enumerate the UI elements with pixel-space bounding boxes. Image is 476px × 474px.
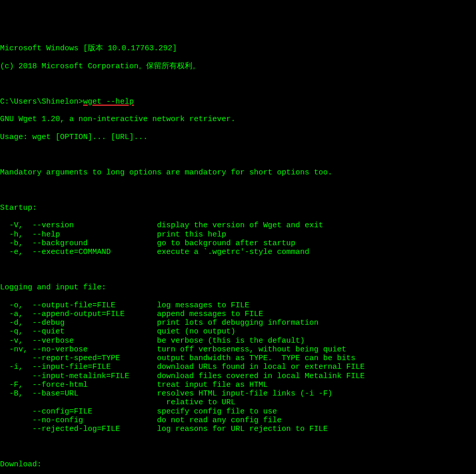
startup-options: -V, --version display the version of Wge… <box>0 221 476 256</box>
copyright-line: (c) 2018 Microsoft Corporation。保留所有权利。 <box>0 62 476 71</box>
option-row: --rejected-log=FILE log reasons for URL … <box>0 425 476 433</box>
prompt-path: C:\Users\Shinelon> <box>0 97 83 106</box>
section-title-logging: Logging and input file: <box>0 283 476 292</box>
wget-version: GNU Wget 1.20, a non-interactive network… <box>0 115 476 124</box>
blank <box>0 443 476 451</box>
terminal-window[interactable]: Microsoft Windows [版本 10.0.17763.292] (c… <box>0 35 476 474</box>
section-title-startup: Startup: <box>0 204 476 212</box>
os-line: Microsoft Windows [版本 10.0.17763.292] <box>0 44 476 53</box>
option-row: -q, --quiet quiet (no output) <box>0 327 476 336</box>
option-row: -v, --verbose be verbose (this is the de… <box>0 337 476 345</box>
blank <box>0 186 476 194</box>
option-row: -b, --background go to background after … <box>0 239 476 248</box>
logging-options: -o, --output-file=FILE log messages to F… <box>0 301 476 434</box>
prompt-line[interactable]: C:\Users\Shinelon>wget --help <box>0 97 476 106</box>
option-row: -d, --debug print lots of debugging info… <box>0 319 476 327</box>
mandatory-note: Mandatory arguments to long options are … <box>0 168 476 177</box>
option-row: -V, --version display the version of Wge… <box>0 221 476 230</box>
option-row: -i, --input-file=FILE download URLs foun… <box>0 363 476 371</box>
option-row: --no-config do not read any config file <box>0 416 476 425</box>
blank <box>0 266 476 274</box>
option-row: -e, --execute=COMMAND execute a `.wgetrc… <box>0 248 476 256</box>
section-title-download: Download: <box>0 460 476 469</box>
option-row: relative to URL <box>0 398 476 407</box>
option-row: --input-metalink=FILE download files cov… <box>0 372 476 381</box>
blank <box>0 80 476 88</box>
option-row: -o, --output-file=FILE log messages to F… <box>0 301 476 310</box>
wget-usage: Usage: wget [OPTION]... [URL]... <box>0 133 476 142</box>
option-row: -nv, --no-verbose turn off verboseness, … <box>0 345 476 354</box>
entered-command: wget --help <box>83 97 134 106</box>
option-row: --config=FILE specify config file to use <box>0 407 476 416</box>
option-row: -F, --force-html treat input file as HTM… <box>0 381 476 389</box>
blank <box>0 150 476 159</box>
option-row: -B, --base=URL resolves HTML input-file … <box>0 389 476 398</box>
option-row: --report-speed=TYPE output bandwidth as … <box>0 354 476 363</box>
option-row: -a, --append-output=FILE append messages… <box>0 310 476 319</box>
option-row: -h, --help print this help <box>0 230 476 239</box>
